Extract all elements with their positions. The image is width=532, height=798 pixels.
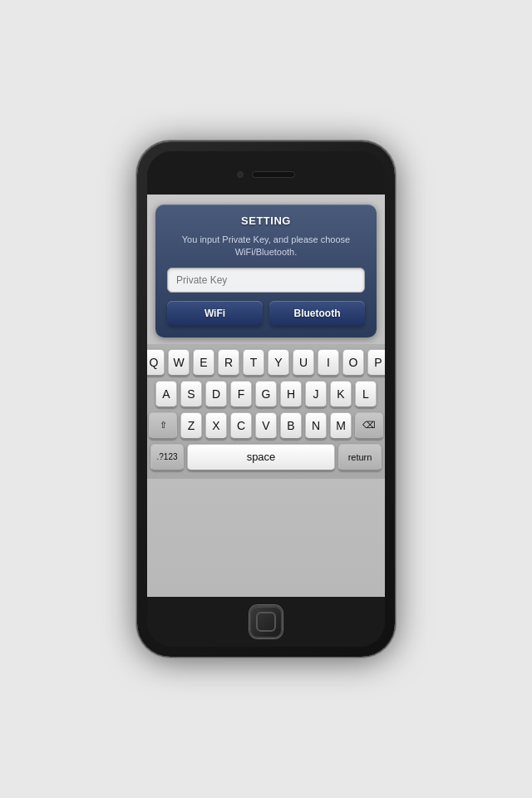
key-f[interactable]: F bbox=[230, 381, 252, 407]
key-i[interactable]: I bbox=[318, 349, 339, 376]
key-x[interactable]: X bbox=[205, 412, 227, 439]
space-key[interactable]: space bbox=[187, 444, 335, 470]
keyboard-row-3: ⇧ Z X C V B N M ⌫ bbox=[150, 412, 382, 439]
keyboard-row-1: Q W E R T Y U I O P bbox=[150, 349, 382, 376]
wifi-button[interactable]: WiFi bbox=[167, 301, 263, 326]
top-bezel bbox=[147, 151, 385, 195]
screen: SETTING You input Private Key, and pleas… bbox=[147, 195, 385, 597]
private-key-input[interactable] bbox=[167, 268, 365, 293]
keyboard-row-2: A S D F G H J K L bbox=[150, 381, 382, 407]
key-h[interactable]: H bbox=[280, 381, 302, 407]
key-p[interactable]: P bbox=[367, 349, 385, 376]
camera-icon bbox=[237, 171, 244, 178]
key-a[interactable]: A bbox=[155, 381, 177, 407]
key-y[interactable]: Y bbox=[268, 349, 289, 376]
return-key[interactable]: return bbox=[338, 444, 382, 470]
key-s[interactable]: S bbox=[180, 381, 202, 407]
key-t[interactable]: T bbox=[243, 349, 264, 376]
home-button[interactable] bbox=[249, 605, 283, 638]
speaker-icon bbox=[252, 171, 295, 178]
key-q[interactable]: Q bbox=[147, 349, 165, 376]
key-v[interactable]: V bbox=[255, 412, 277, 439]
numbers-key[interactable]: .?123 bbox=[150, 444, 184, 470]
keyboard: Q W E R T Y U I O P A S D F G bbox=[147, 344, 385, 479]
dialog-title: SETTING bbox=[167, 214, 365, 227]
delete-key[interactable]: ⌫ bbox=[355, 412, 383, 439]
key-g[interactable]: G bbox=[255, 381, 277, 407]
phone-frame: SETTING You input Private Key, and pleas… bbox=[137, 141, 395, 657]
key-l[interactable]: L bbox=[355, 381, 377, 407]
key-b[interactable]: B bbox=[280, 412, 302, 439]
action-buttons: WiFi Bluetooth bbox=[167, 301, 365, 326]
bottom-bezel bbox=[147, 597, 385, 647]
key-o[interactable]: O bbox=[342, 349, 364, 376]
key-m[interactable]: M bbox=[330, 412, 352, 439]
dialog-message: You input Private Key, and please choose… bbox=[167, 234, 365, 259]
keyboard-row-4: .?123 space return bbox=[150, 444, 382, 470]
phone-inner: SETTING You input Private Key, and pleas… bbox=[147, 151, 385, 647]
home-button-inner bbox=[256, 612, 276, 632]
key-c[interactable]: C bbox=[230, 412, 252, 439]
key-r[interactable]: R bbox=[218, 349, 239, 376]
key-j[interactable]: J bbox=[305, 381, 327, 407]
key-k[interactable]: K bbox=[330, 381, 352, 407]
key-d[interactable]: D bbox=[205, 381, 227, 407]
key-u[interactable]: U bbox=[293, 349, 314, 376]
key-w[interactable]: W bbox=[168, 349, 190, 376]
shift-key[interactable]: ⇧ bbox=[149, 412, 177, 439]
key-n[interactable]: N bbox=[305, 412, 327, 439]
settings-dialog: SETTING You input Private Key, and pleas… bbox=[155, 204, 377, 337]
key-z[interactable]: Z bbox=[180, 412, 202, 439]
key-e[interactable]: E bbox=[193, 349, 214, 376]
bluetooth-button[interactable]: Bluetooth bbox=[269, 301, 365, 326]
